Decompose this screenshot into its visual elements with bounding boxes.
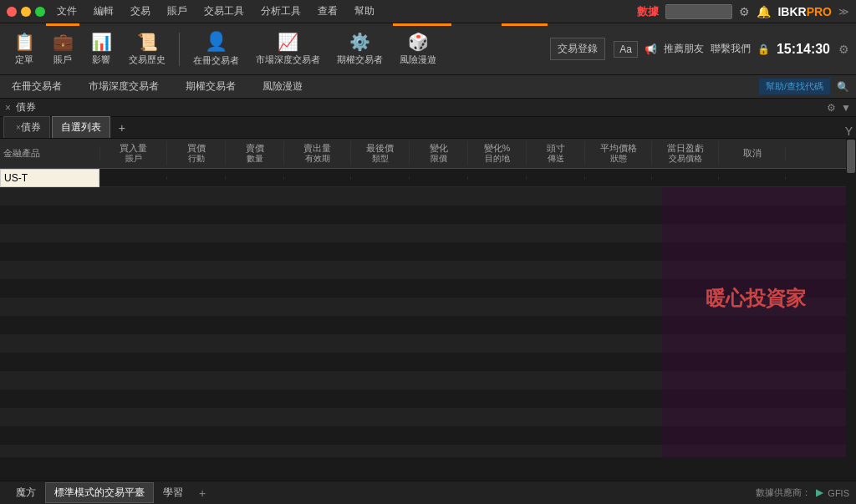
stripe-row-3: [0, 224, 846, 242]
font-button[interactable]: Aa: [614, 41, 638, 58]
bottom-tab-learn[interactable]: 學習: [154, 482, 192, 503]
menu-file[interactable]: 文件: [54, 3, 80, 20]
col-pnl: 當日盈虧 交易價格: [652, 141, 719, 165]
toolbar-expand-icon[interactable]: ⚙: [838, 43, 849, 56]
menu-analysis[interactable]: 分析工具: [257, 3, 304, 20]
bottom-tab-magic[interactable]: 魔方: [7, 482, 45, 503]
column-headers: 金融產品 買入量 賬戶 買價 行動 賣價 數量 賣出量 有效期 最後價 類型: [0, 139, 856, 169]
menu-bar: 文件 編輯 交易 賬戶 交易工具 分析工具 查看 幫助: [54, 3, 637, 20]
impact-icon: 📊: [91, 32, 112, 52]
tab-bonds-label: 債券: [21, 120, 41, 135]
tab-watchlist[interactable]: 自選列表: [52, 116, 110, 138]
toolbar-items: 📋 定單 💼 賬戶 📊 影響 📜 交易歷史 👤 在冊交易者 📈 市場深度交易者 …: [7, 28, 550, 70]
col-symbol: 金融產品: [0, 146, 100, 160]
toolbar-account[interactable]: 💼 賬戶: [45, 28, 80, 69]
cell-pnl-0: [652, 176, 719, 180]
menu-help[interactable]: 幫助: [351, 3, 378, 20]
stripe-rows: [0, 169, 846, 457]
cell-change-0: [410, 176, 468, 180]
toolbar-registered-trader[interactable]: 👤 在冊交易者: [186, 28, 246, 70]
risk-label: 風險漫遊: [400, 53, 436, 66]
table-row-0: 在此輸入證券代碼: [0, 169, 846, 187]
toolbar-order[interactable]: 📋 定單: [7, 28, 42, 69]
title-bar: 文件 編輯 交易 賬戶 交易工具 分析工具 查看 幫助 數據 ⚙ 🔔 IBKRP…: [0, 0, 856, 23]
gear-icon[interactable]: ⚙: [827, 102, 836, 114]
history-icon: 📜: [137, 32, 158, 52]
toolbar-history[interactable]: 📜 交易歷史: [122, 28, 172, 69]
stripe-row-10: [0, 353, 846, 371]
minimize-button[interactable]: [21, 7, 31, 17]
help-button[interactable]: 幫助/查找代碼: [759, 79, 830, 94]
close-button[interactable]: [7, 7, 17, 17]
filter-icon[interactable]: Y: [845, 125, 853, 138]
menu-trade-tools[interactable]: 交易工具: [201, 3, 247, 20]
titlebar-right: 數據 ⚙ 🔔 IBKRPRO ≫: [637, 4, 849, 19]
search-icon[interactable]: 🔍: [837, 81, 849, 93]
menu-trade[interactable]: 交易: [127, 3, 154, 20]
stripe-row-12: [0, 389, 846, 408]
cell-bid-0: [167, 176, 226, 180]
gfis-icon: ▶: [816, 487, 823, 498]
stripe-row-5: [0, 261, 846, 279]
bottom-right: 數據供應商： ▶ GFIS: [756, 486, 849, 499]
cell-ask-0: [226, 176, 284, 180]
menu-view[interactable]: 查看: [314, 3, 341, 20]
symbol-input[interactable]: [0, 169, 99, 187]
panel-title: 債券: [16, 100, 36, 115]
menu-account[interactable]: 賬戶: [164, 3, 191, 20]
col-buy-qty: 買入量 賬戶: [100, 141, 167, 165]
toolbar-options[interactable]: ⚙️ 期權交易者: [330, 28, 390, 69]
data-label: 數據: [637, 4, 659, 19]
risk-icon: 🎲: [408, 32, 429, 52]
clock-display: 15:14:30: [777, 42, 830, 57]
toolbar2-market-depth[interactable]: 市場深度交易者: [84, 78, 164, 95]
recommend-icon: 📢: [645, 43, 657, 55]
history-label: 交易歷史: [129, 53, 166, 66]
toolbar-market-depth[interactable]: 📈 市場深度交易者: [249, 28, 327, 69]
cell-position-0: [527, 176, 585, 180]
panel-close-button[interactable]: ×: [5, 102, 11, 114]
bottom-tab-add[interactable]: +: [192, 484, 212, 502]
impact-label: 影響: [92, 53, 110, 66]
contact-label[interactable]: 聯繫我們: [711, 42, 751, 56]
tab-add-button[interactable]: +: [112, 118, 132, 138]
toolbar-separator-1: [179, 33, 180, 66]
expand-icon[interactable]: ≫: [838, 6, 849, 18]
stripe-row-14: [0, 426, 846, 445]
cell-sell-qty-0: [284, 176, 351, 180]
toolbar-impact[interactable]: 📊 影響: [84, 28, 119, 69]
stripe-row-6: [0, 279, 846, 298]
registered-trader-label: 在冊交易者: [193, 54, 239, 67]
col-bid: 買價 行動: [167, 141, 226, 165]
stripe-row-15: [0, 445, 846, 457]
settings-icon[interactable]: ⚙: [739, 5, 750, 18]
bottom-tab-standard[interactable]: 標準模式的交易平臺: [45, 482, 154, 503]
col-change-pct: 變化% 目的地: [468, 141, 527, 165]
bell-icon[interactable]: 🔔: [757, 5, 771, 18]
toolbar2-options[interactable]: 期權交易者: [181, 78, 241, 95]
stripe-row-7: [0, 298, 846, 316]
toolbar2-registered[interactable]: 在冊交易者: [7, 78, 67, 95]
panel-settings-icon[interactable]: ⚙ ▼: [827, 102, 851, 114]
toolbar-risk[interactable]: 🎲 風險漫遊: [393, 28, 443, 69]
account-icon: 💼: [53, 32, 74, 52]
col-avg-price: 平均價格 狀態: [585, 141, 652, 165]
menu-edit[interactable]: 編輯: [90, 3, 117, 20]
order-icon: 📋: [14, 32, 35, 52]
col-position: 頭寸 傳送: [527, 141, 585, 165]
recommend-label[interactable]: 推薦朋友: [664, 42, 704, 56]
maximize-button[interactable]: [35, 7, 45, 17]
trade-login-button[interactable]: 交易登錄: [550, 38, 605, 60]
title-search-input[interactable]: [665, 4, 732, 19]
bottom-bar: 魔方 標準模式的交易平臺 學習 + 數據供應商： ▶ GFIS: [0, 481, 856, 504]
scrollbar-thumb[interactable]: [847, 140, 855, 173]
order-label: 定單: [15, 53, 33, 66]
gfis-label: GFIS: [828, 488, 849, 498]
symbol-cell: 在此輸入證券代碼: [0, 169, 100, 187]
scrollbar-track[interactable]: [846, 139, 856, 457]
cell-cancel-0: [719, 176, 786, 180]
toolbar2-risk[interactable]: 風險漫遊: [257, 78, 308, 95]
panel-expand-icon[interactable]: ▼: [841, 102, 851, 114]
watermark-text: 暖心投資家: [706, 285, 806, 312]
tab-bonds[interactable]: × 債券: [3, 116, 50, 138]
